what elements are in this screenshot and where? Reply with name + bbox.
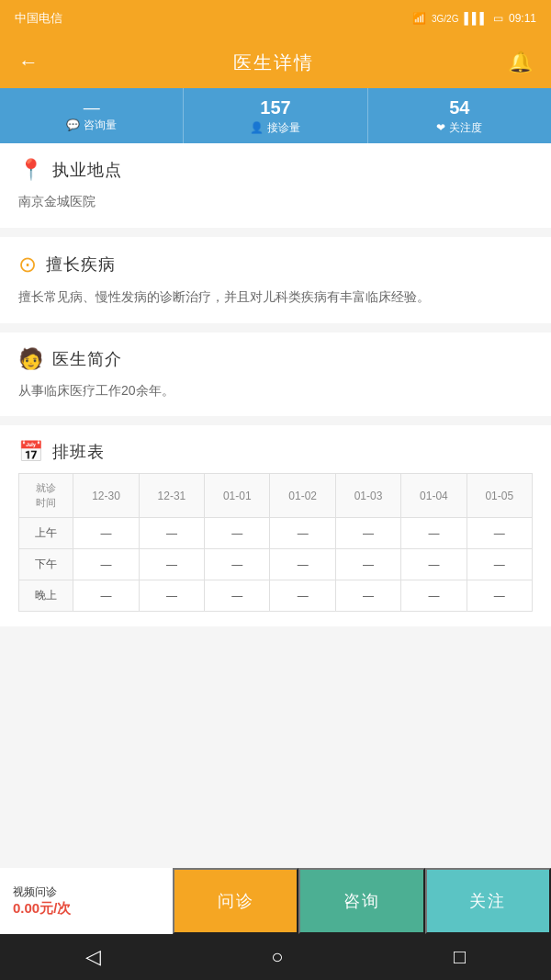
- price-label: 视频问诊: [13, 884, 57, 900]
- header-0105: 01-05: [467, 474, 532, 518]
- schedule-morning-row: 上午 — — — — — — —: [19, 518, 533, 549]
- header: ← 医生详情 🔔: [0, 37, 551, 88]
- morning-label: 上午: [19, 518, 73, 549]
- consult-icon: 💬: [66, 118, 80, 131]
- header-0103: 01-03: [335, 474, 400, 518]
- bottom-action-bar: 视频问诊 0.00元/次 问诊 咨询 关注: [0, 868, 551, 934]
- location-content: 南京金城医院: [18, 191, 533, 213]
- status-icons: 📶 3G/2G ▌▌▌ ▭ 09:11: [412, 12, 536, 25]
- location-section: 📍 执业地点 南京金城医院: [0, 143, 551, 228]
- cell-a-4: —: [270, 549, 335, 580]
- location-title-row: 📍 执业地点: [18, 158, 533, 182]
- cell-m-4: —: [270, 518, 335, 549]
- specialty-section: ⊙ 擅长疾病 擅长常见病、慢性发病的诊断治疗，并且对儿科类疾病有丰富临床经验。: [0, 237, 551, 323]
- nav-home-button[interactable]: ○: [271, 945, 283, 969]
- cell-a-3: —: [205, 549, 270, 580]
- cell-m-6: —: [401, 518, 467, 549]
- cell-m-1: —: [73, 518, 139, 549]
- battery-icon: ▭: [493, 12, 503, 25]
- nav-bar: ◁ ○ □: [0, 934, 551, 980]
- header-0101: 01-01: [205, 474, 270, 518]
- cell-e-2: —: [139, 580, 204, 612]
- schedule-evening-row: 晚上 — — — — — — —: [19, 580, 533, 612]
- cell-m-7: —: [467, 518, 532, 549]
- carrier-label: 中国电信: [15, 10, 62, 27]
- specialty-title-row: ⊙ 擅长疾病: [18, 252, 533, 277]
- visit-icon: 👤: [250, 121, 264, 134]
- scroll-area[interactable]: 📍 执业地点 南京金城医院 ⊙ 擅长疾病 擅长常见病、慢性发病的诊断治疗，并且对…: [0, 143, 551, 868]
- location-title: 执业地点: [52, 159, 122, 181]
- afternoon-label: 下午: [19, 549, 73, 580]
- intro-content: 从事临床医疗工作20余年。: [18, 380, 533, 402]
- zixun-button[interactable]: 咨询: [298, 868, 424, 934]
- specialty-title: 擅长疾病: [46, 253, 116, 276]
- price-value: 0.00元/次: [13, 900, 71, 918]
- stat-visit: 157 👤 接诊量: [184, 88, 367, 143]
- wenjin-button[interactable]: 问诊: [173, 868, 298, 934]
- price-info: 视频问诊 0.00元/次: [0, 868, 173, 934]
- back-button[interactable]: ←: [18, 51, 39, 74]
- network-label: 3G/2G: [432, 14, 458, 24]
- specialty-icon: ⊙: [18, 252, 37, 277]
- header-0102: 01-02: [270, 474, 335, 518]
- header-0104: 01-04: [401, 474, 467, 518]
- evening-label: 晚上: [19, 580, 73, 612]
- guanzhu-button[interactable]: 关注: [425, 868, 551, 934]
- header-1230: 12-30: [73, 474, 139, 518]
- bottom-spacer: [0, 636, 551, 645]
- cell-e-7: —: [467, 580, 532, 612]
- consult-number: —: [84, 99, 100, 116]
- cell-e-1: —: [73, 580, 139, 612]
- follow-label: ❤ 关注度: [436, 120, 482, 136]
- cell-e-4: —: [270, 580, 335, 612]
- cell-a-2: —: [139, 549, 204, 580]
- cell-e-3: —: [205, 580, 270, 612]
- header-1231: 12-31: [139, 474, 204, 518]
- calendar-icon: 📅: [18, 440, 43, 464]
- cell-m-2: —: [139, 518, 204, 549]
- heart-icon: ❤: [436, 121, 445, 134]
- schedule-header-row: 就诊时间 12-30 12-31 01-01 01-02 01-03 01-04…: [19, 474, 533, 518]
- status-bar: 中国电信 📶 3G/2G ▌▌▌ ▭ 09:11: [0, 0, 551, 37]
- cell-e-6: —: [401, 580, 467, 612]
- stats-bar: — 💬 咨询量 157 👤 接诊量 54 ❤ 关注度: [0, 88, 551, 143]
- cell-a-7: —: [467, 549, 532, 580]
- intro-section: 🧑 医生简介 从事临床医疗工作20余年。: [0, 332, 551, 417]
- follow-number: 54: [449, 96, 469, 118]
- schedule-afternoon-row: 下午 — — — — — — —: [19, 549, 533, 580]
- cell-m-3: —: [205, 518, 270, 549]
- stat-consult: — 💬 咨询量: [0, 88, 184, 143]
- wifi-icon: 📶: [412, 12, 426, 25]
- consult-label: 💬 咨询量: [66, 118, 117, 133]
- cell-e-5: —: [335, 580, 400, 612]
- doctor-icon: 🧑: [18, 347, 43, 371]
- cell-a-1: —: [73, 549, 139, 580]
- stat-follow: 54 ❤ 关注度: [368, 88, 551, 143]
- schedule-table: 就诊时间 12-30 12-31 01-01 01-02 01-03 01-04…: [18, 473, 533, 612]
- signal-icon: ▌▌▌: [464, 12, 488, 25]
- location-icon: 📍: [18, 158, 43, 182]
- cell-m-5: —: [335, 518, 400, 549]
- nav-back-button[interactable]: ◁: [85, 945, 101, 969]
- cell-a-6: —: [401, 549, 467, 580]
- schedule-title: 排班表: [52, 441, 105, 463]
- schedule-section: 📅 排班表 就诊时间 12-30 12-31 01-01 01-02 01-03…: [0, 425, 551, 626]
- visit-label: 👤 接诊量: [250, 120, 300, 136]
- header-time: 就诊时间: [19, 474, 73, 518]
- notify-button[interactable]: 🔔: [508, 51, 533, 74]
- schedule-title-row: 📅 排班表: [18, 440, 533, 464]
- cell-a-5: —: [335, 549, 400, 580]
- time-label: 09:11: [509, 12, 536, 25]
- page-title: 医生详情: [233, 51, 314, 75]
- visit-number: 157: [260, 96, 290, 118]
- nav-recent-button[interactable]: □: [454, 945, 466, 969]
- intro-title-row: 🧑 医生简介: [18, 347, 533, 371]
- specialty-content: 擅长常见病、慢性发病的诊断治疗，并且对儿科类疾病有丰富临床经验。: [18, 287, 533, 309]
- intro-title: 医生简介: [52, 348, 122, 370]
